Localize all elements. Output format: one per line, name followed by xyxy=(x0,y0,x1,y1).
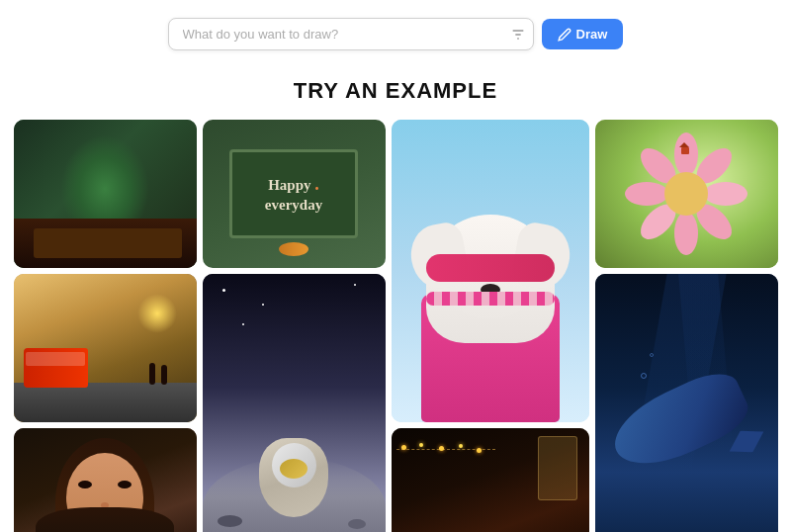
gallery-item-chalkboard[interactable]: Happy . everyday xyxy=(203,120,386,268)
filter-button[interactable] xyxy=(510,27,526,43)
flower-svg xyxy=(622,130,750,258)
svg-point-7 xyxy=(674,212,698,255)
search-input-wrapper xyxy=(168,18,534,50)
gallery-item-dog[interactable] xyxy=(392,120,589,422)
filter-icon xyxy=(510,27,526,43)
draw-button[interactable]: Draw xyxy=(542,19,624,49)
search-bar-area: Draw xyxy=(0,0,791,60)
gallery-item-street[interactable] xyxy=(14,274,197,422)
gallery-item-astronaut[interactable] xyxy=(203,274,386,532)
svg-rect-12 xyxy=(681,147,689,154)
gallery-item-whale[interactable] xyxy=(595,274,778,532)
svg-point-5 xyxy=(704,182,747,206)
pencil-icon xyxy=(558,28,571,42)
gallery-item-bedroom[interactable] xyxy=(14,120,197,268)
section-title: TRY AN EXAMPLE xyxy=(0,78,791,104)
svg-point-11 xyxy=(664,172,708,216)
search-input[interactable] xyxy=(168,18,534,50)
svg-point-9 xyxy=(625,182,668,206)
gallery-grid: Happy . everyday xyxy=(0,120,791,532)
gallery-item-room[interactable] xyxy=(392,428,589,532)
gallery-item-woman[interactable] xyxy=(14,428,197,532)
chalkboard-text: Happy . everyday xyxy=(265,173,322,216)
chalkboard-inner: Happy . everyday xyxy=(229,149,358,238)
gallery-item-flower[interactable] xyxy=(595,120,778,268)
